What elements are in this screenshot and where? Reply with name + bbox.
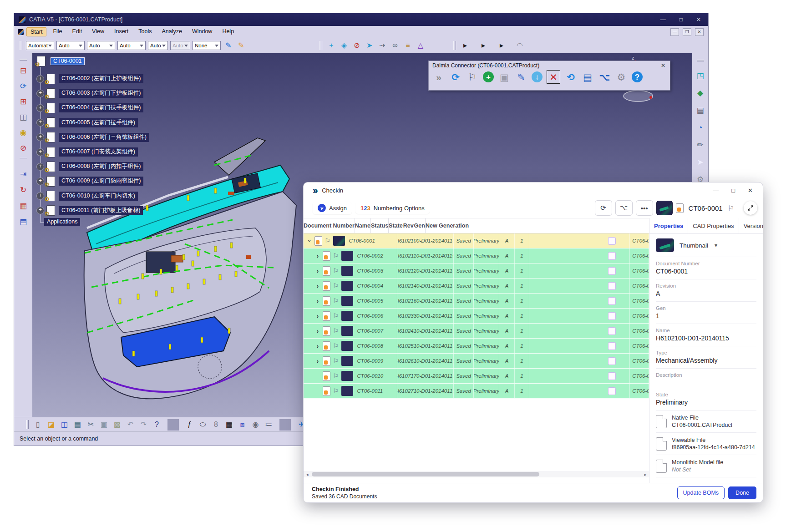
disable-icon[interactable]: ⊘ xyxy=(351,40,362,51)
knowledge-icon[interactable]: 8 xyxy=(210,419,222,431)
expand-plus-icon[interactable]: + xyxy=(36,133,44,141)
tree-item[interactable]: + ⚙ CT06-0009 (左前门防雨帘组件) xyxy=(36,174,149,188)
H6102160-D01-20140115[interactable]: › ⚐ CT06-0005 H6102160-D01-20140115 Save… xyxy=(304,294,649,309)
assembly-icon[interactable]: ◆ xyxy=(694,86,707,99)
menu-edit[interactable]: Edit xyxy=(69,27,86,36)
column-header[interactable]: State xyxy=(389,218,403,233)
maximize-button[interactable]: □ xyxy=(680,16,683,23)
row-expand-chevron[interactable]: › xyxy=(314,313,321,319)
help-icon[interactable]: ? xyxy=(632,71,643,82)
column-header[interactable]: Rev xyxy=(403,218,414,233)
new-generation-checkbox[interactable] xyxy=(608,267,616,275)
paste-icon[interactable]: ▩ xyxy=(112,419,123,431)
minimize-button[interactable]: — xyxy=(660,16,666,23)
H6102100-D01-20140115[interactable]: › ⚐ CT06-0001 H6102100-D01-20140115 Save… xyxy=(304,233,649,248)
link-icon[interactable]: ∞ xyxy=(390,40,401,51)
menu-view[interactable]: View xyxy=(88,27,108,36)
close-button[interactable]: ✕ xyxy=(696,16,701,23)
new-generation-checkbox[interactable] xyxy=(608,342,616,350)
tab-cad-properties[interactable]: CAD Properties xyxy=(688,218,739,233)
expand-plus-icon[interactable]: + xyxy=(36,207,44,214)
formula-icon[interactable]: ƒ xyxy=(184,419,195,431)
flag-icon[interactable]: ⚐ xyxy=(466,71,479,83)
add-component-icon[interactable]: ⊞ xyxy=(17,95,30,108)
expand-dialog-button[interactable] xyxy=(744,201,757,215)
fly-mode-icon[interactable]: ➤ xyxy=(364,40,375,51)
H6102510-D01-20140115[interactable]: › ⚐ CT06-0008 H6102510-D01-20140115 Save… xyxy=(304,339,649,354)
tree-item[interactable]: + ⚙ CT06-0008 (左前门内扣手组件) xyxy=(36,159,149,174)
save-as-icon[interactable]: ✎ xyxy=(515,71,527,83)
settings-icon[interactable]: ⚙ xyxy=(615,71,628,83)
open-subtree-icon[interactable]: ⇥ xyxy=(17,167,30,180)
combo-none[interactable]: None xyxy=(193,41,221,50)
frozen-table-icon[interactable]: ▦ xyxy=(17,199,30,212)
mdi-restore-button[interactable]: ❐ xyxy=(683,28,691,36)
combo-auto-2[interactable]: Auto xyxy=(87,41,115,50)
tree-item[interactable]: + ⚙ CT06-0005 (左前门拉手组件) xyxy=(36,116,149,130)
H6102140-D01-20140115[interactable]: › ⚐ CT06-0004 H6102140-D01-20140115 Save… xyxy=(304,279,649,294)
tree-structure-icon[interactable]: ⌥ xyxy=(598,71,611,83)
expand-plus-icon[interactable]: + xyxy=(36,192,44,200)
column-header[interactable]: Gen xyxy=(414,218,426,233)
menu-help[interactable]: Help xyxy=(218,27,238,36)
row-expand-chevron[interactable]: › xyxy=(314,253,321,259)
new-generation-checkbox[interactable] xyxy=(608,327,616,335)
tree-applications-node[interactable]: Applications xyxy=(44,218,80,226)
flask-icon[interactable]: △ xyxy=(415,40,426,51)
row-expand-chevron[interactable]: › xyxy=(314,343,321,350)
tab-properties[interactable]: Properties xyxy=(649,218,688,233)
list-panel-icon[interactable]: ▤ xyxy=(581,71,594,83)
tree-root-node[interactable]: ⚙ CT06-0001 xyxy=(35,56,85,66)
tree-item[interactable]: + ⚙ CT06-0010 (左前车门内切水) xyxy=(36,189,149,203)
H6102110-D01-20140115[interactable]: › ⚐ CT06-0002 H6102110-D01-20140115 Save… xyxy=(304,248,649,263)
database-icon[interactable]: ◫ xyxy=(17,111,30,123)
spec-tree-icon[interactable]: ⊟ xyxy=(17,64,30,77)
menu-start[interactable]: Start xyxy=(26,27,46,36)
row-expand-chevron[interactable]: › xyxy=(306,238,313,244)
lock-icon[interactable]: ◉ xyxy=(250,419,261,431)
knowledge-bulb-icon[interactable]: ◉ xyxy=(17,126,30,139)
add-icon[interactable]: + xyxy=(483,71,494,82)
open-folder-icon[interactable]: ◪ xyxy=(46,419,57,431)
new-generation-checkbox[interactable] xyxy=(608,252,616,260)
menu-analyze[interactable]: Analyze xyxy=(158,27,185,36)
paint-watch-icon[interactable]: ✎ xyxy=(223,40,234,51)
select-cursor-icon[interactable]: ➤ xyxy=(694,156,707,168)
toolbar-separator[interactable] xyxy=(279,419,291,431)
tree-item[interactable]: + ⚙ CT06-0002 (左前门上护板组件) xyxy=(36,71,149,86)
tree-item[interactable]: + ⚙ CT06-0011 (前门护板上吸音棉) xyxy=(36,203,149,218)
report-icon[interactable]: ▤ xyxy=(17,215,30,228)
help-select-icon[interactable]: ? xyxy=(151,419,162,431)
tree-root-label[interactable]: CT06-0001 xyxy=(51,57,85,65)
assign-button[interactable]: ➤ Assign xyxy=(313,202,352,214)
dialog-close-button[interactable]: ✕ xyxy=(748,187,753,194)
refresh-button[interactable]: ⟳ xyxy=(595,200,612,216)
combo-automat[interactable]: Automat xyxy=(26,41,54,50)
design-table-icon[interactable]: ▦ xyxy=(223,419,235,431)
scroll-right-icon[interactable]: ▸ xyxy=(642,472,649,477)
refresh-icon[interactable]: ⟳ xyxy=(449,71,462,83)
broken-links-icon[interactable]: ⊘ xyxy=(17,142,30,154)
pan-view-icon[interactable]: + xyxy=(326,40,337,51)
expand-plus-icon[interactable]: + xyxy=(36,177,44,185)
cap-icon[interactable]: ◠ xyxy=(514,40,525,51)
scrollbar-thumb[interactable] xyxy=(312,472,539,476)
painter-icon[interactable]: ✎ xyxy=(236,40,247,51)
reload-branch-icon[interactable]: ↻ xyxy=(17,183,30,196)
scroll-left-icon[interactable]: ◂ xyxy=(304,472,311,477)
more-options-button[interactable]: ••• xyxy=(636,200,653,216)
row-expand-chevron[interactable]: › xyxy=(314,298,321,304)
menu-tools[interactable]: Tools xyxy=(135,27,155,36)
update-tree-icon[interactable]: ⟳ xyxy=(17,80,30,92)
new-generation-checkbox[interactable] xyxy=(608,357,616,365)
horizontal-scrollbar[interactable]: ◂ ▸ xyxy=(304,471,649,477)
toolbar-grip[interactable] xyxy=(20,41,22,50)
rotate-view-icon[interactable]: ◈ xyxy=(339,40,350,51)
row-expand-chevron[interactable]: › xyxy=(314,283,321,289)
update-boms-button[interactable]: Update BOMs xyxy=(677,486,725,499)
menu-file[interactable]: File xyxy=(49,27,66,36)
column-header[interactable]: Document Number xyxy=(304,218,355,233)
new-generation-checkbox[interactable] xyxy=(608,372,616,380)
relations-icon[interactable]: ≔ xyxy=(263,419,274,431)
toolbar-grip[interactable] xyxy=(453,41,456,50)
